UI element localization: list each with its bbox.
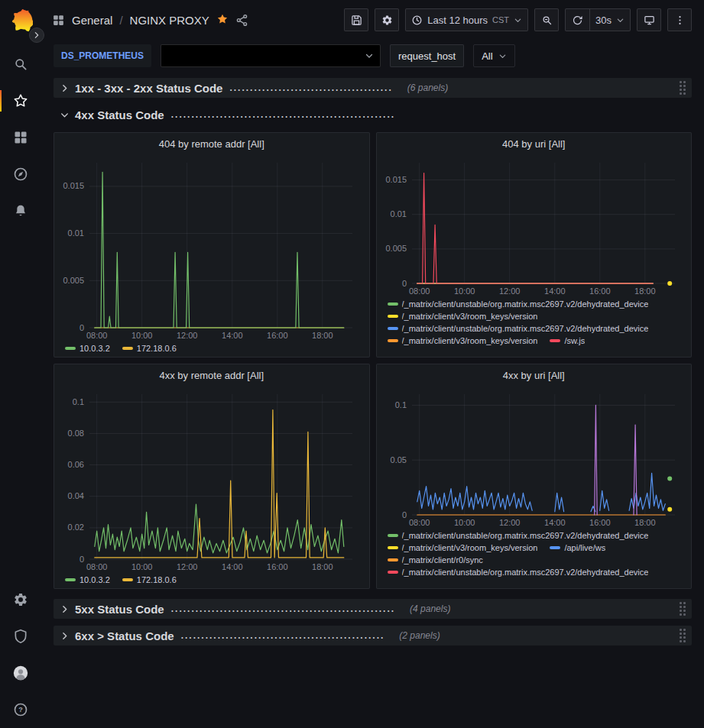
shield-icon — [13, 629, 28, 644]
legend-series-label: 172.18.0.6 — [137, 344, 177, 353]
row-drag-handle[interactable] — [680, 602, 686, 616]
legend-item[interactable]: 10.0.3.2 — [65, 344, 110, 353]
chevron-down-icon — [60, 110, 70, 120]
sidebar-item-starred[interactable] — [0, 83, 41, 119]
dashboard-settings-button[interactable] — [375, 8, 399, 31]
svg-text:14:00: 14:00 — [544, 286, 566, 296]
sidebar-item-profile[interactable] — [0, 655, 41, 691]
legend-item[interactable]: /_matrix/client/v3/room_keys/version — [388, 312, 538, 321]
chart-legend: /_matrix/client/unstable/org.matrix.msc2… — [381, 529, 687, 581]
svg-text:12:00: 12:00 — [177, 562, 198, 571]
breadcrumb-dashboard-title[interactable]: NGINX PROXY — [130, 14, 209, 27]
legend-series-swatch — [550, 339, 560, 342]
row-drag-handle[interactable] — [680, 81, 686, 95]
panel-4xx-by-uri: 4xx by uri [All] 00.050.108:0010:0012:00… — [376, 364, 693, 589]
legend-item[interactable]: /_matrix/client/unstable/org.matrix.msc2… — [388, 531, 649, 540]
legend-item[interactable]: /_matrix/client/v3/room_keys/version — [388, 336, 538, 345]
request-host-variable-label: request_host — [390, 44, 464, 67]
datasource-variable-label[interactable]: DS_PROMETHEUS — [54, 44, 151, 67]
row-panel-count: (6 panels) — [407, 83, 448, 93]
panel-title[interactable]: 4xx by remote addr [All] — [59, 364, 365, 387]
sidebar-item-search[interactable] — [0, 46, 41, 83]
legend-item[interactable]: 172.18.0.6 — [122, 344, 177, 353]
legend-series-swatch — [388, 534, 398, 537]
svg-text:0: 0 — [401, 279, 406, 288]
svg-text:18:00: 18:00 — [634, 518, 656, 527]
save-dashboard-button[interactable] — [344, 8, 368, 31]
time-series-chart: 00.020.040.060.080.108:0010:0012:0014:00… — [59, 387, 365, 573]
dashboard-row-5xx[interactable]: 5xx Status Code ........................… — [54, 599, 692, 619]
legend-series-label: /_matrix/client/unstable/org.matrix.msc2… — [402, 299, 649, 309]
legend-item[interactable]: 10.0.3.2 — [65, 575, 110, 584]
chevron-down-icon — [365, 51, 374, 60]
legend-series-label: 10.0.3.2 — [79, 344, 110, 353]
favorite-star-icon[interactable] — [216, 13, 229, 28]
chevron-down-icon — [514, 16, 522, 24]
sidebar-item-server-admin[interactable] — [0, 618, 41, 655]
sidebar-item-help[interactable]: ? — [0, 691, 41, 728]
legend-series-label: 172.18.0.6 — [137, 575, 177, 584]
main-area: General / NGINX PROXY Last 12 hours CST — [41, 0, 704, 728]
svg-text:0.05: 0.05 — [390, 455, 406, 464]
legend-item[interactable]: /_matrix/client/r0/sync — [388, 555, 483, 565]
tv-mode-button[interactable] — [637, 8, 661, 31]
legend-series-swatch — [550, 546, 560, 549]
svg-text:0.01: 0.01 — [68, 228, 84, 238]
grafana-flame-icon — [8, 9, 33, 34]
legend-item[interactable]: /_matrix/client/unstable/org.matrix.msc2… — [388, 568, 649, 577]
zoom-out-button[interactable] — [534, 8, 559, 31]
legend-series-label: /_matrix/client/v3/room_keys/version — [402, 336, 538, 345]
chevron-right-icon — [60, 83, 70, 93]
dashboard-row-4xx[interactable]: 4xx Status Code ........................… — [54, 105, 692, 125]
svg-text:08:00: 08:00 — [408, 518, 430, 527]
dashboard-row-1xx-3xx-2xx[interactable]: 1xx - 3xx - 2xx Status Code ............… — [54, 78, 692, 98]
sidebar-item-dashboards[interactable] — [0, 119, 41, 156]
chart-legend: 10.0.3.2172.18.0.6 — [59, 573, 365, 588]
time-range-label: Last 12 hours — [427, 15, 488, 26]
dashboard-row-6xx[interactable]: 6xx > Status Code ......................… — [54, 626, 692, 645]
sidebar-item-alerting[interactable] — [0, 193, 41, 229]
legend-series-swatch — [388, 546, 398, 549]
svg-text:?: ? — [18, 706, 23, 713]
sidebar-expand-button[interactable] — [29, 28, 44, 43]
legend-series-swatch — [65, 578, 76, 581]
svg-text:0.015: 0.015 — [63, 181, 84, 190]
legend-item[interactable]: /sw.js — [550, 336, 585, 345]
refresh-button[interactable] — [565, 8, 589, 31]
legend-series-swatch — [122, 578, 133, 581]
legend-series-label: /sw.js — [564, 336, 585, 345]
row-drag-handle[interactable] — [680, 629, 686, 642]
legend-item[interactable]: /_matrix/client/unstable/org.matrix.msc2… — [388, 324, 649, 333]
legend-series-label: /_matrix/client/r0/sync — [402, 555, 483, 565]
svg-text:12:00: 12:00 — [498, 286, 520, 296]
legend-item[interactable]: 172.18.0.6 — [122, 575, 177, 584]
kebab-menu-icon — [674, 15, 686, 26]
panel-title[interactable]: 404 by remote addr [All] — [59, 133, 365, 156]
legend-item[interactable]: /_matrix/client/v3/room_keys/version — [388, 543, 538, 552]
request-host-variable-select[interactable]: All — [473, 44, 514, 67]
row-title-dots: ........................................ — [229, 83, 392, 93]
host-variable-select[interactable] — [161, 44, 381, 67]
svg-text:16:00: 16:00 — [589, 518, 611, 527]
svg-text:0: 0 — [79, 555, 84, 564]
legend-series-swatch — [388, 558, 398, 561]
legend-item[interactable]: /api/live/ws — [550, 543, 605, 552]
sidebar-item-explore[interactable] — [0, 156, 41, 193]
time-series-chart: 00.050.108:0010:0012:0014:0016:0018:00 — [381, 387, 687, 529]
chevron-down-icon — [616, 16, 625, 24]
breadcrumb-separator: / — [119, 14, 122, 27]
svg-text:18:00: 18:00 — [312, 331, 333, 340]
refresh-interval-select[interactable]: 30s — [589, 8, 631, 31]
svg-text:18:00: 18:00 — [312, 562, 333, 571]
legend-item[interactable]: /_matrix/client/unstable/org.matrix.msc2… — [388, 299, 649, 309]
panel-title[interactable]: 404 by uri [All] — [381, 133, 687, 156]
panel-title[interactable]: 4xx by uri [All] — [381, 364, 687, 387]
svg-text:16:00: 16:00 — [267, 562, 288, 571]
sidebar-item-configuration[interactable] — [0, 581, 41, 618]
more-options-button[interactable] — [667, 8, 692, 31]
time-range-picker[interactable]: Last 12 hours CST — [405, 8, 528, 31]
svg-text:08:00: 08:00 — [408, 286, 430, 296]
share-icon[interactable] — [235, 14, 248, 27]
breadcrumb-folder[interactable]: General — [72, 14, 112, 27]
sidebar-bottom-nav: ? — [0, 581, 41, 728]
